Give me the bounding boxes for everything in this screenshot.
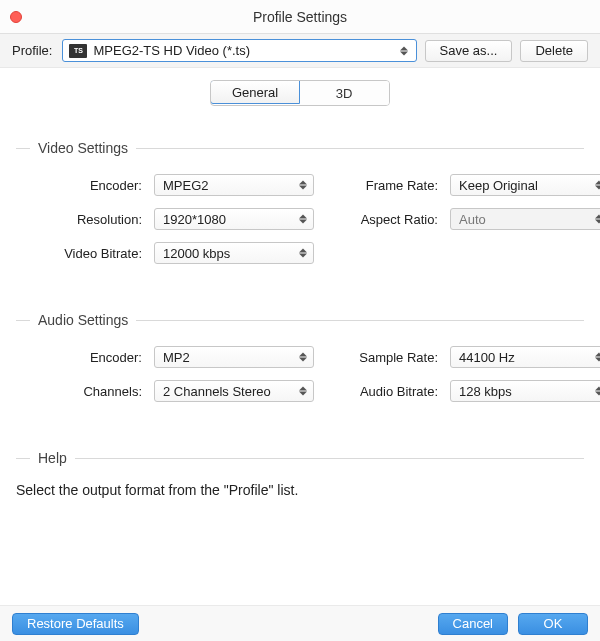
chevron-up-icon: [299, 181, 307, 185]
audio-bitrate-value: 128 kbps: [459, 384, 512, 399]
chevron-down-icon: [400, 51, 408, 55]
profile-label: Profile:: [12, 43, 52, 58]
chevron-up-icon: [299, 353, 307, 357]
resolution-label: Resolution:: [16, 212, 146, 227]
chevron-down-icon: [299, 392, 307, 396]
chevron-down-icon: [595, 186, 600, 190]
help-legend: Help: [16, 450, 584, 466]
chevron-down-icon: [595, 392, 600, 396]
chevron-down-icon: [299, 220, 307, 224]
channels-select[interactable]: 2 Channels Stereo: [154, 380, 314, 402]
tab-3d[interactable]: 3D: [299, 81, 389, 105]
profile-value: MPEG2-TS HD Video (*.ts): [93, 43, 250, 58]
audio-settings-section: Audio Settings Encoder: MP2 Sample Rate:…: [16, 312, 584, 402]
audio-settings-legend: Audio Settings: [16, 312, 584, 328]
video-settings-legend: Video Settings: [16, 140, 584, 156]
help-text: Select the output format from the "Profi…: [16, 482, 584, 498]
aspect-ratio-select[interactable]: Auto: [450, 208, 600, 230]
save-as-button[interactable]: Save as...: [425, 40, 513, 62]
resolution-value: 1920*1080: [163, 212, 226, 227]
sample-rate-value: 44100 Hz: [459, 350, 515, 365]
footer-bar: Restore Defaults Cancel OK: [0, 605, 600, 641]
delete-button[interactable]: Delete: [520, 40, 588, 62]
aspect-ratio-label: Aspect Ratio:: [322, 212, 442, 227]
chevron-up-icon: [299, 387, 307, 391]
cancel-button[interactable]: Cancel: [438, 613, 508, 635]
video-encoder-value: MPEG2: [163, 178, 209, 193]
frame-rate-select[interactable]: Keep Original: [450, 174, 600, 196]
titlebar: Profile Settings: [0, 0, 600, 34]
resolution-select[interactable]: 1920*1080: [154, 208, 314, 230]
sample-rate-label: Sample Rate:: [322, 350, 442, 365]
video-bitrate-select[interactable]: 12000 kbps: [154, 242, 314, 264]
profile-select[interactable]: TS MPEG2-TS HD Video (*.ts): [62, 39, 416, 62]
video-bitrate-value: 12000 kbps: [163, 246, 230, 261]
chevron-down-icon: [299, 254, 307, 258]
audio-encoder-value: MP2: [163, 350, 190, 365]
chevron-down-icon: [595, 358, 600, 362]
ok-button[interactable]: OK: [518, 613, 588, 635]
frame-rate-value: Keep Original: [459, 178, 538, 193]
channels-value: 2 Channels Stereo: [163, 384, 271, 399]
tab-general[interactable]: General: [210, 80, 300, 104]
audio-bitrate-label: Audio Bitrate:: [322, 384, 442, 399]
chevron-down-icon: [299, 358, 307, 362]
chevron-up-icon: [400, 46, 408, 50]
window-title: Profile Settings: [253, 9, 347, 25]
close-icon[interactable]: [10, 11, 22, 23]
chevron-up-icon: [595, 353, 600, 357]
profile-toolbar: Profile: TS MPEG2-TS HD Video (*.ts) Sav…: [0, 34, 600, 68]
ts-file-icon: TS: [69, 44, 87, 58]
chevron-up-icon: [595, 215, 600, 219]
audio-settings-legend-text: Audio Settings: [38, 312, 128, 328]
help-section: Help Select the output format from the "…: [16, 450, 584, 498]
audio-bitrate-select[interactable]: 128 kbps: [450, 380, 600, 402]
chevron-up-icon: [299, 249, 307, 253]
sample-rate-select[interactable]: 44100 Hz: [450, 346, 600, 368]
chevron-down-icon: [299, 186, 307, 190]
chevron-up-icon: [595, 181, 600, 185]
chevron-up-icon: [299, 215, 307, 219]
segmented-control: General 3D: [210, 80, 390, 106]
frame-rate-label: Frame Rate:: [322, 178, 442, 193]
restore-defaults-button[interactable]: Restore Defaults: [12, 613, 139, 635]
tab-bar: General 3D: [0, 80, 600, 106]
help-legend-text: Help: [38, 450, 67, 466]
video-settings-section: Video Settings Encoder: MPEG2 Frame Rate…: [16, 140, 584, 264]
video-bitrate-label: Video Bitrate:: [16, 246, 146, 261]
chevron-up-icon: [595, 387, 600, 391]
chevron-down-icon: [595, 220, 600, 224]
channels-label: Channels:: [16, 384, 146, 399]
video-settings-legend-text: Video Settings: [38, 140, 128, 156]
aspect-ratio-value: Auto: [459, 212, 486, 227]
audio-encoder-select[interactable]: MP2: [154, 346, 314, 368]
video-encoder-select[interactable]: MPEG2: [154, 174, 314, 196]
audio-encoder-label: Encoder:: [16, 350, 146, 365]
encoder-label: Encoder:: [16, 178, 146, 193]
